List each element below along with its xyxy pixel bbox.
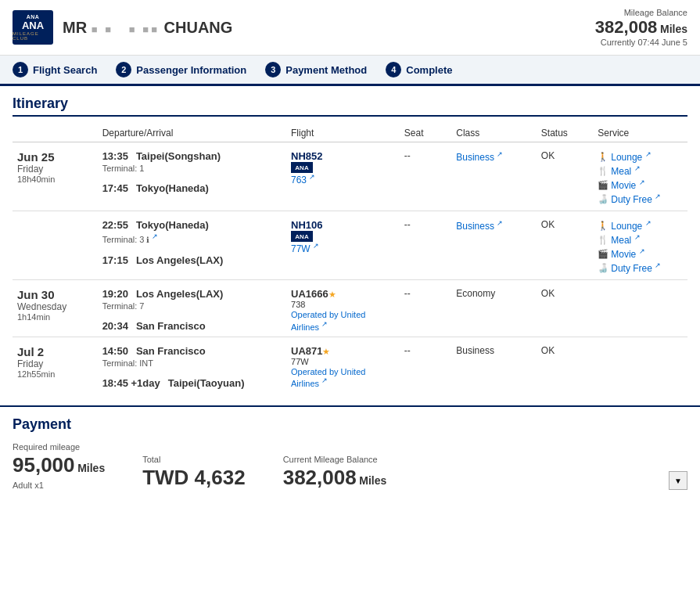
star-icon: ★ [328, 290, 336, 299]
table-row: 22:55 Tokyo(Haneda) Terminal: 3 ℹ ↗ 17:1… [13, 211, 687, 280]
step-2[interactable]: 2 Passenger Information [116, 62, 246, 77]
step-2-label: Passenger Information [136, 64, 246, 76]
total-payment: Total TWD 4,632 [142, 455, 246, 490]
plane-type-link[interactable]: 77W ↗ [291, 243, 319, 254]
service-cell: 🚶 Lounge ↗ 🍴 Meal ↗ 🎬 Movie ↗ 🍶 Duty Fre… [593, 142, 687, 211]
balance-unit: Miles [359, 474, 386, 487]
payment-title: Payment [13, 416, 687, 433]
dep-time: 14:50 [102, 345, 128, 357]
step-1-label: Flight Search [33, 64, 97, 76]
arr-time: 18:45 +1day [102, 377, 160, 389]
step-4-num: 4 [386, 62, 401, 77]
arr-time: 17:15 [102, 254, 128, 266]
dep-city: San Francisco [136, 345, 206, 357]
star-icon: ★ [322, 347, 330, 356]
dep-city: Taipei(Songshan) [136, 150, 221, 162]
service-item-duty-free: 🍶 Duty Free ↗ [598, 193, 683, 205]
arr-city: Taipei(Taoyuan) [168, 377, 245, 389]
plane-type-link[interactable]: 763 ↗ [291, 175, 315, 185]
dep-city: Tokyo(Haneda) [136, 219, 209, 231]
class-cell: Economy [451, 280, 537, 337]
balance-value: 382,008 [283, 466, 357, 489]
meal-icon: 🍴 [598, 166, 608, 176]
movie-icon: 🎬 [598, 249, 608, 259]
class-link[interactable]: Business ↗ [456, 221, 503, 232]
flight-duration: 18h40min [17, 175, 93, 184]
adult-note: Adult x1 [13, 481, 105, 490]
dep-terminal: Terminal: 7 [102, 301, 282, 311]
service-link-movie[interactable]: Movie ↗ [611, 178, 644, 191]
service-link-movie[interactable]: Movie ↗ [611, 247, 644, 260]
dep-time: 19:20 [102, 288, 128, 300]
class-cell: Business ↗ [451, 142, 537, 211]
step-1[interactable]: 1 Flight Search [13, 62, 97, 77]
arr-city: San Francisco [136, 320, 206, 332]
flight-duration: 12h55min [17, 369, 93, 379]
mileage-value: 382,008 [595, 17, 658, 37]
step-4[interactable]: 4 Complete [386, 62, 452, 77]
col-header-flight: Flight [286, 124, 400, 142]
total-label: Total [142, 455, 246, 464]
total-value: TWD 4,632 [142, 466, 246, 489]
mileage-date: Currently 07:44 June 5 [595, 38, 687, 47]
flight-date: Jun 30 [17, 288, 93, 301]
service-link-lounge[interactable]: Lounge ↗ [611, 150, 651, 163]
arr-city: Los Angeles(LAX) [136, 254, 223, 266]
flight-date-cell: Jun 30 Wednesday 1h14min [13, 280, 98, 337]
mileage-balance-block: Mileage Balance 382,008 Miles Currently … [595, 8, 687, 47]
current-balance: Current Mileage Balance 382,008 Miles [283, 455, 387, 490]
service-link-duty-free[interactable]: Duty Free ↗ [611, 261, 661, 274]
required-label: Required mileage [13, 442, 105, 452]
service-item-meal: 🍴 Meal ↗ [598, 233, 683, 246]
flight-depart-cell: 22:55 Tokyo(Haneda) Terminal: 3 ℹ ↗ 17:1… [98, 211, 286, 280]
seat-cell: -- [400, 337, 451, 393]
operated-link[interactable]: Operated by United Airlines ↗ [291, 367, 365, 389]
flight-number: UA871 [291, 345, 322, 357]
terminal-link[interactable]: ↗ [152, 234, 158, 245]
duty-free-icon: 🍶 [598, 194, 608, 204]
service-link-meal[interactable]: Meal ↗ [611, 164, 640, 177]
arr-time: 17:45 [102, 182, 128, 194]
class-value: Economy [456, 288, 495, 299]
col-header-depart: Departure/Arrival [98, 124, 286, 142]
flight-day: Wednesday [17, 301, 93, 312]
service-link-meal[interactable]: Meal ↗ [611, 233, 640, 246]
col-header-date [13, 124, 98, 142]
step-4-label: Complete [406, 64, 452, 76]
service-item-movie: 🎬 Movie ↗ [598, 178, 683, 191]
itinerary-table: Departure/Arrival Flight Seat Class Stat… [13, 124, 687, 393]
dep-time: 22:55 [102, 219, 128, 231]
itinerary-section: Itinerary Departure/Arrival Flight Seat … [0, 86, 700, 393]
seat-cell: -- [400, 142, 451, 211]
table-row: Jun 30 Wednesday 1h14min 19:20 Los Angel… [13, 280, 687, 337]
lounge-icon: 🚶 [598, 221, 608, 231]
arr-time: 20:34 [102, 320, 128, 332]
service-item-duty-free: 🍶 Duty Free ↗ [598, 261, 683, 274]
flight-day: Friday [17, 164, 93, 175]
dropdown-button[interactable]: ▼ [669, 471, 687, 490]
required-unit: Miles [77, 462, 105, 474]
table-row: Jun 25 Friday 18h40min 13:35 Taipei(Song… [13, 142, 687, 211]
col-header-class: Class [451, 124, 537, 142]
mileage-label: Mileage Balance [595, 8, 687, 17]
flight-date-cell: Jun 25 Friday 18h40min [13, 142, 98, 211]
dep-terminal: Terminal: INT [102, 358, 282, 368]
service-item-movie: 🎬 Movie ↗ [598, 247, 683, 260]
step-3[interactable]: 3 Payment Method [265, 62, 367, 77]
mileage-value-row: 382,008 Miles [595, 17, 687, 38]
service-item-lounge: 🚶 Lounge ↗ [598, 219, 683, 232]
flight-info-cell: NH852 ANA 763 ↗ [286, 142, 400, 211]
ana-logo: ANA ANA MILEAGE CLUB [13, 10, 53, 45]
service-link-lounge[interactable]: Lounge ↗ [611, 219, 651, 232]
flight-info-cell: UA1666★ 738 Operated by United Airlines … [286, 280, 400, 337]
class-cell: Business ↗ [451, 211, 537, 280]
flight-duration: 1h14min [17, 312, 93, 322]
seat-cell: -- [400, 280, 451, 337]
seat-cell: -- [400, 211, 451, 280]
flight-date-cell: Jul 2 Friday 12h55min [13, 337, 98, 393]
class-link[interactable]: Business ↗ [456, 152, 503, 163]
operated-link[interactable]: Operated by United Airlines ↗ [291, 310, 365, 332]
seat-value: -- [404, 219, 411, 230]
flight-number: UA1666 [291, 288, 328, 300]
service-link-duty-free[interactable]: Duty Free ↗ [611, 193, 661, 205]
